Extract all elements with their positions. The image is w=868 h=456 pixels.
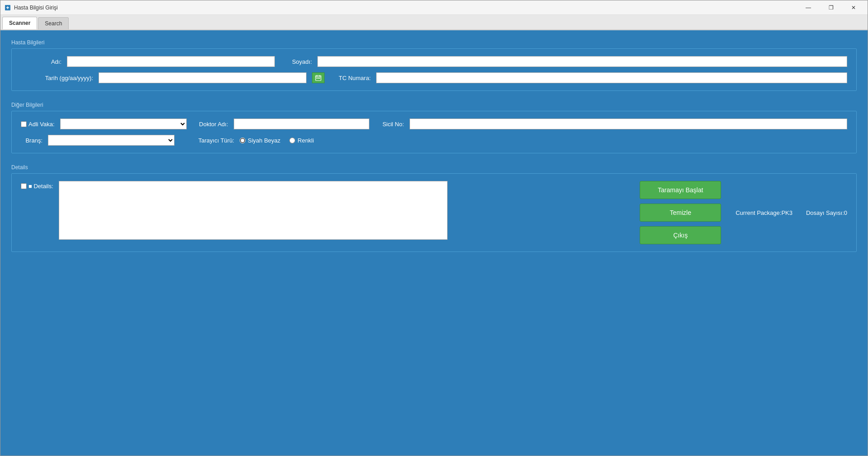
details-buttons: Taramayı Başlat Temizle Çıkış: [640, 181, 721, 244]
tarayici-turu-label: Tarayıcı Türü:: [189, 137, 234, 144]
dosay-sayisi-value: 0: [844, 209, 847, 216]
current-package-info: Current Package:PK3: [736, 209, 793, 216]
details-textarea[interactable]: [59, 181, 448, 240]
hasta-bilgileri-section: Hasta Bilgileri Adı: Soyadı: Tarih (gg/a…: [11, 39, 857, 91]
title-bar-left: Hasta Bilgisi Girişi: [4, 4, 58, 11]
hasta-bilgileri-label: Hasta Bilgileri: [11, 39, 857, 46]
tarih-label: Tarih (gg/aa/yyyy):: [21, 75, 93, 81]
dosay-sayisi-label: Dosayı Sayısı:: [806, 209, 844, 216]
current-package-label: Current Package:: [736, 209, 781, 216]
svg-rect-9: [319, 78, 320, 79]
main-content: Hasta Bilgileri Adı: Soyadı: Tarih (gg/a…: [0, 30, 868, 456]
window-title: Hasta Bilgisi Girişi: [14, 5, 58, 11]
brans-label: Branş:: [21, 137, 42, 144]
details-checkbox-label: ■ Details:: [21, 181, 53, 190]
diger-bilgileri-panel: Adli Vaka: Evet Hayır Doktor Adı: Sicil …: [11, 111, 857, 153]
adli-vaka-checkbox[interactable]: [21, 121, 27, 127]
doktor-adi-label: Doktor Adı:: [192, 121, 228, 128]
adli-doktor-sicil-row: Adli Vaka: Evet Hayır Doktor Adı: Sicil …: [21, 119, 847, 129]
details-content-row: ■ Details: Taramayı Başlat Temizle Çıkış…: [21, 181, 847, 244]
adli-vaka-checkbox-label: Adli Vaka:: [21, 121, 55, 128]
temizle-button[interactable]: Temizle: [640, 204, 721, 222]
details-label-text: ■ Details:: [28, 183, 53, 190]
taramay-baslat-button[interactable]: Taramayı Başlat: [640, 181, 721, 199]
maximize-button[interactable]: ❐: [821, 1, 841, 14]
tarih-input[interactable]: [99, 72, 307, 83]
siyah-beyaz-radio-label[interactable]: Siyah Beyaz: [240, 137, 280, 144]
title-bar-controls: — ❐ ✕: [798, 1, 864, 14]
details-section-label: Details: [11, 164, 857, 171]
adi-soyadi-row: Adı: Soyadı:: [21, 56, 847, 67]
hasta-bilgileri-panel: Adı: Soyadı: Tarih (gg/aa/yyyy):: [11, 48, 857, 91]
tab-scanner[interactable]: Scanner: [2, 17, 37, 29]
renkli-label: Renkli: [297, 137, 314, 144]
doktor-adi-input[interactable]: [234, 119, 369, 129]
cikis-button[interactable]: Çıkış: [640, 226, 721, 244]
tab-bar: Scanner Search: [0, 15, 868, 30]
siyah-beyaz-radio[interactable]: [240, 138, 245, 143]
calendar-button[interactable]: [312, 72, 325, 83]
app-icon: [4, 4, 11, 11]
sicil-no-label: Sicil No:: [375, 121, 404, 128]
brans-select[interactable]: Dahiliye Cerrahi Kardiyoloji: [48, 135, 175, 146]
details-section: Details ■ Details: Taramayı Başlat Temiz…: [11, 164, 857, 252]
svg-rect-2: [7, 6, 8, 9]
minimize-button[interactable]: —: [798, 1, 819, 14]
adi-label: Adı:: [21, 58, 61, 65]
svg-rect-7: [316, 78, 317, 79]
tc-label: TC Numara:: [330, 75, 371, 81]
current-package-value: PK3: [781, 209, 793, 216]
brans-tarayici-row: Branş: Dahiliye Cerrahi Kardiyoloji Tara…: [21, 135, 847, 146]
close-button[interactable]: ✕: [843, 1, 864, 14]
siyah-beyaz-label: Siyah Beyaz: [248, 137, 280, 144]
adli-vaka-select[interactable]: Evet Hayır: [60, 119, 187, 129]
details-panel: ■ Details: Taramayı Başlat Temizle Çıkış…: [11, 173, 857, 252]
renkli-radio[interactable]: [289, 138, 295, 143]
svg-rect-8: [318, 78, 319, 79]
sicil-no-input[interactable]: [410, 119, 847, 129]
title-bar: Hasta Bilgisi Girişi — ❐ ✕: [0, 0, 868, 15]
tc-input[interactable]: [376, 72, 847, 83]
calendar-icon: [315, 75, 321, 81]
package-info: Current Package:PK3 Dosayı Sayısı:0: [736, 209, 847, 216]
details-checkbox[interactable]: [21, 183, 27, 189]
diger-bilgileri-label: Diğer Bilgileri: [11, 102, 857, 108]
renkli-radio-label[interactable]: Renkli: [289, 137, 314, 144]
soyadi-label: Soyadı:: [280, 58, 312, 65]
adi-input[interactable]: [67, 56, 275, 67]
main-window: Hasta Bilgisi Girişi — ❐ ✕ Scanner Searc…: [0, 0, 868, 456]
tarayici-radio-group: Siyah Beyaz Renkli: [240, 137, 314, 144]
diger-bilgileri-section: Diğer Bilgileri Adli Vaka: Evet Hayır Do…: [11, 102, 857, 153]
tab-search[interactable]: Search: [38, 17, 69, 29]
dosay-sayisi-info: Dosayı Sayısı:0: [806, 209, 847, 216]
soyadi-input[interactable]: [317, 56, 847, 67]
tarih-tc-row: Tarih (gg/aa/yyyy): TC Num: [21, 72, 847, 83]
